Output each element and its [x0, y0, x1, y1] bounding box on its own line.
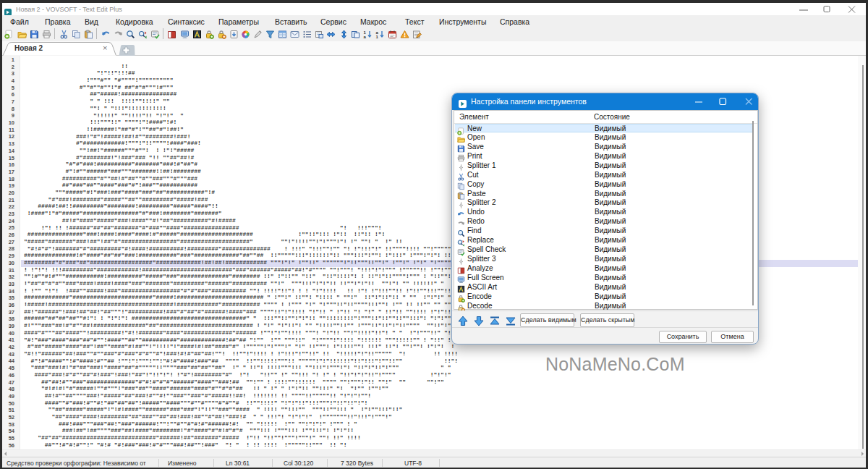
svg-text:a: a: [364, 35, 367, 39]
svg-text:1: 1: [376, 35, 379, 39]
